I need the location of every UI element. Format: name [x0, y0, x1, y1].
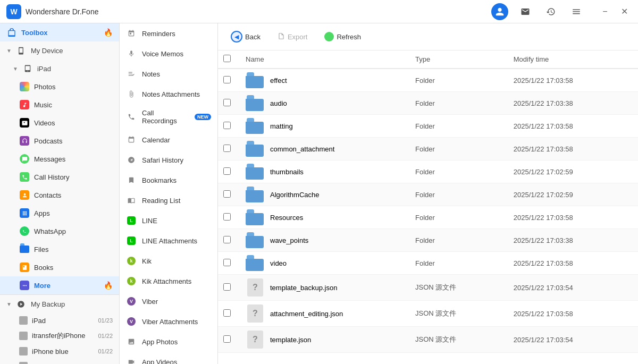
close-button[interactable]: ✕ [617, 4, 632, 19]
reading-list-label: Reading List [142, 197, 211, 205]
sidebar-item-toolbox[interactable]: Toolbox 🔥 [0, 23, 119, 41]
sidebar-item-videos[interactable]: Videos [0, 114, 119, 132]
row-checkbox[interactable] [223, 190, 231, 198]
sidebar-item-ipad-group[interactable]: ▼ iPad [0, 60, 119, 78]
middle-item-kik-attachments[interactable]: k Kik Attachments [120, 271, 217, 291]
middle-item-reminders[interactable]: Reminders [120, 23, 217, 44]
row-checkbox[interactable] [223, 236, 231, 243]
table-row[interactable]: thumbnailsFolder2025/1/22 17:02:59 [218, 160, 638, 183]
table-row[interactable]: AlgorithmCacheFolder2025/1/22 17:02:59 [218, 183, 638, 206]
app-title: Wondershare Dr.Fone [26, 7, 98, 16]
table-row[interactable]: mattingFolder2025/1/22 17:03:58 [218, 115, 638, 138]
middle-item-notes[interactable]: Notes [120, 64, 217, 84]
sidebar-item-apps[interactable]: Apps [0, 204, 119, 222]
call-recordings-label: Call Recordings [142, 109, 189, 125]
history-button[interactable] [542, 3, 559, 20]
sidebar-item-more[interactable]: More 🔥 [0, 276, 119, 294]
middle-item-reading-list[interactable]: Reading List [120, 190, 217, 210]
header-check[interactable] [218, 50, 239, 69]
photos-label: Photos [34, 83, 113, 91]
app-videos-label: App Videos [142, 358, 211, 365]
sidebar-item-music[interactable]: Music [0, 96, 119, 114]
sidebar-item-my-backup[interactable]: ▼ My Backup [0, 294, 119, 313]
cell-type: Folder [409, 138, 507, 160]
select-all-checkbox[interactable] [223, 55, 231, 62]
middle-item-safari-history[interactable]: Safari History [120, 150, 217, 170]
middle-item-app-photos[interactable]: App Photos [120, 332, 217, 352]
table-row[interactable]: effectFolder2025/1/22 17:03:58 [218, 69, 638, 92]
middle-item-notes-attachments[interactable]: Notes Attachments [120, 84, 217, 104]
whatsapp-label: WhatsApp [34, 227, 113, 235]
contacts-icon [19, 190, 30, 200]
reminders-label: Reminders [142, 30, 211, 38]
notes-attachments-icon [126, 89, 137, 99]
table-row[interactable]: ? template.jsonJSON 源文件2025/1/22 17:03:5… [218, 327, 638, 353]
voice-memos-icon [126, 48, 137, 59]
back-label: Back [245, 33, 261, 41]
table-row[interactable]: ? attachment_editing.jsonJSON 源文件2025/1/… [218, 301, 638, 327]
folder-icon [246, 118, 265, 134]
row-checkbox[interactable] [223, 76, 231, 83]
middle-item-viber[interactable]: V Viber [120, 291, 217, 311]
middle-item-bookmarks[interactable]: Bookmarks [120, 170, 217, 190]
table-row[interactable]: wave_pointsFolder2025/1/22 17:03:38 [218, 229, 638, 252]
middle-item-line[interactable]: L LINE [120, 210, 217, 231]
sidebar-item-messages[interactable]: Messages [0, 150, 119, 168]
backup-item-ipad[interactable]: iPad 01/23 [0, 313, 119, 328]
row-checkbox[interactable] [223, 259, 231, 266]
backup-item-sm[interactable]: SM-S906C 01/10 [0, 359, 119, 364]
middle-item-line-attachments[interactable]: L LINE Attachments [120, 231, 217, 251]
row-checkbox[interactable] [223, 122, 231, 129]
row-checkbox[interactable] [223, 167, 231, 175]
cell-name: wave_points [239, 229, 409, 251]
table-row[interactable]: common_attachmentFolder2025/1/22 17:03:5… [218, 138, 638, 160]
row-checkbox[interactable] [223, 335, 231, 343]
header-modify: Modify time [507, 50, 638, 69]
export-icon [278, 32, 285, 41]
sidebar-item-contacts[interactable]: Contacts [0, 186, 119, 204]
middle-item-app-videos[interactable]: App Videos [120, 352, 217, 364]
table-row[interactable]: ? template_backup.jsonJSON 源文件2025/1/22 … [218, 275, 638, 301]
sidebar-item-call-history[interactable]: Call History [0, 168, 119, 186]
sidebar-item-files[interactable]: Files [0, 240, 119, 258]
bookmarks-icon [126, 175, 137, 185]
cell-name: video [239, 252, 409, 274]
table-row[interactable]: videoFolder2025/1/22 17:03:58 [218, 252, 638, 275]
kik-attachments-label: Kik Attachments [142, 277, 211, 285]
middle-item-calendar[interactable]: Calendar [120, 130, 217, 150]
sidebar-item-my-device[interactable]: ▼ My Device [0, 41, 119, 60]
backup-item-itransfer[interactable]: itransfer的iPhone 01/22 [0, 328, 119, 344]
row-checkbox[interactable] [223, 145, 231, 152]
back-button[interactable]: ◀ Back [226, 29, 265, 45]
middle-item-call-recordings[interactable]: Call Recordings NEW [120, 104, 217, 130]
call-recordings-icon [126, 112, 137, 122]
app-logo-icon: W [6, 4, 21, 19]
export-button[interactable]: Export [273, 30, 312, 44]
email-button[interactable] [517, 3, 534, 20]
cell-name: common_attachment [239, 138, 409, 160]
sidebar-item-books[interactable]: Books [0, 258, 119, 276]
middle-item-viber-attachments[interactable]: V Viber Attachments [120, 311, 217, 332]
menu-button[interactable] [568, 3, 585, 20]
account-button[interactable] [491, 3, 508, 20]
cell-modify: 2025/1/22 17:03:58 [507, 301, 638, 327]
sidebar-item-whatsapp[interactable]: WhatsApp [0, 222, 119, 240]
minimize-button[interactable]: − [598, 4, 612, 19]
middle-item-kik[interactable]: k Kik [120, 251, 217, 271]
table-row[interactable]: audioFolder2025/1/22 17:03:38 [218, 92, 638, 115]
my-backup-label: My Backup [31, 300, 113, 308]
middle-item-voice-memos[interactable]: Voice Memos [120, 44, 217, 64]
sidebar-item-podcasts[interactable]: Podcasts [0, 132, 119, 150]
photos-icon [19, 81, 30, 92]
call-history-label: Call History [34, 173, 113, 181]
row-checkbox[interactable] [223, 309, 231, 317]
cell-modify: 2025/1/22 17:03:58 [507, 252, 638, 275]
files-table: Name Type Modify time effectFolder2025/1… [218, 50, 638, 353]
row-checkbox[interactable] [223, 213, 231, 221]
table-row[interactable]: ResourcesFolder2025/1/22 17:03:58 [218, 206, 638, 229]
row-checkbox[interactable] [223, 283, 231, 291]
row-checkbox[interactable] [223, 99, 231, 106]
sidebar-item-photos[interactable]: Photos [0, 78, 119, 96]
backup-item-iphone-blue[interactable]: iPhone blue 01/22 [0, 344, 119, 359]
refresh-button[interactable]: Refresh [320, 30, 365, 44]
